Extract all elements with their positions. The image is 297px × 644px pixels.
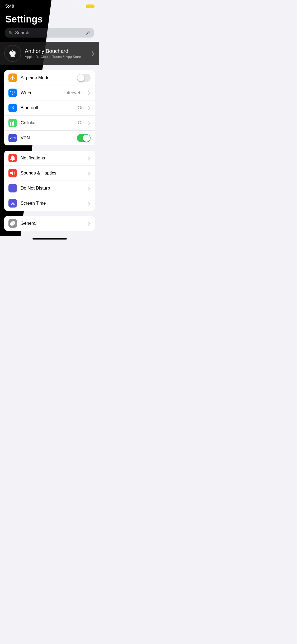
profile-chevron: ❯: [91, 50, 95, 56]
vpn-toggle[interactable]: [77, 134, 91, 142]
settings-row-bluetooth[interactable]: Bluetooth On ❯: [4, 100, 95, 116]
notifications-chevron: ❯: [87, 156, 91, 160]
status-time: 5:49: [5, 4, 14, 9]
airplane-mode-icon: [8, 73, 17, 82]
header-area: Settings 🔍 Search 🎤: [0, 11, 99, 42]
settings-row-general[interactable]: General ❯: [4, 216, 95, 231]
avatar-image: ♚: [8, 48, 17, 59]
settings-row-screen-time[interactable]: Screen Time ❯: [4, 196, 95, 211]
vpn-icon: VPN: [8, 134, 17, 142]
general-chevron: ❯: [87, 221, 91, 226]
settings-row-airplane-mode[interactable]: Airplane Mode: [4, 70, 95, 85]
status-bar: 5:49 : [0, 0, 99, 11]
home-indicator-area: [0, 236, 99, 242]
cellular-value: Off: [78, 120, 84, 126]
profile-name: Anthony Bouchard: [25, 48, 87, 54]
search-icon: 🔍: [8, 31, 13, 35]
sounds-haptics-label: Sounds & Haptics: [21, 171, 84, 176]
bluetooth-value: On: [78, 105, 84, 111]
svg-rect-1: [12, 122, 13, 126]
avatar: ♚: [4, 45, 21, 62]
wifi-chevron: ❯: [87, 91, 91, 95]
search-input[interactable]: Search: [15, 30, 83, 35]
wifi-status-icon: : [83, 4, 85, 8]
bluetooth-label: Bluetooth: [21, 105, 74, 111]
general-label: General: [21, 221, 84, 226]
airplane-mode-toggle-knob: [77, 74, 84, 81]
settings-row-wifi[interactable]: Wi-Fi Interwebz ❯: [4, 85, 95, 100]
notifications-label: Notifications: [21, 155, 84, 161]
cellular-label: Cellular: [21, 120, 74, 126]
cellular-icon: [8, 119, 17, 127]
sounds-haptics-icon: [8, 169, 17, 177]
screen-time-icon: [8, 199, 17, 208]
settings-row-sounds-haptics[interactable]: Sounds & Haptics ❯: [4, 166, 95, 181]
signal-icon: [76, 6, 82, 7]
svg-rect-0: [10, 122, 11, 126]
search-bar[interactable]: 🔍 Search 🎤: [5, 28, 94, 38]
vpn-toggle-knob: [83, 135, 90, 142]
home-bar: [32, 238, 67, 240]
profile-row[interactable]: ♚ Anthony Bouchard Apple ID, iCloud, iTu…: [0, 42, 99, 65]
screen-time-chevron: ❯: [87, 201, 91, 205]
microphone-icon[interactable]: 🎤: [85, 30, 91, 35]
sounds-haptics-chevron: ❯: [87, 171, 91, 175]
system-section: Notifications ❯ Sounds & Haptics ❯ Do No…: [4, 151, 95, 211]
wifi-value: Interwebz: [64, 90, 84, 95]
svg-rect-2: [13, 121, 14, 126]
notifications-icon: [8, 154, 17, 162]
status-icons: : [76, 4, 94, 8]
do-not-disturb-icon: [8, 184, 17, 192]
profile-info: Anthony Bouchard Apple ID, iCloud, iTune…: [25, 48, 87, 59]
wifi-label: Wi-Fi: [21, 90, 60, 95]
bluetooth-icon: [8, 104, 17, 112]
do-not-disturb-chevron: ❯: [87, 186, 91, 190]
do-not-disturb-label: Do Not Disturb: [21, 186, 84, 191]
general-icon: [8, 219, 17, 228]
profile-subtitle: Apple ID, iCloud, iTunes & App Store: [25, 55, 87, 59]
settings-row-do-not-disturb[interactable]: Do Not Disturb ❯: [4, 181, 95, 196]
connectivity-section: Airplane Mode Wi-Fi Interwebz ❯ Bluetoot…: [4, 70, 95, 145]
svg-point-3: [12, 223, 13, 224]
general-section: General ❯: [4, 216, 95, 231]
screen-time-label: Screen Time: [21, 201, 84, 206]
settings-row-vpn[interactable]: VPN VPN: [4, 131, 95, 145]
cellular-chevron: ❯: [87, 121, 91, 125]
airplane-mode-toggle[interactable]: [77, 74, 91, 82]
battery-icon: [86, 4, 94, 8]
settings-row-cellular[interactable]: Cellular Off ❯: [4, 116, 95, 131]
wifi-icon: [8, 89, 17, 97]
page-title: Settings: [5, 14, 94, 25]
bluetooth-chevron: ❯: [87, 106, 91, 110]
vpn-label: VPN: [21, 135, 73, 141]
settings-row-notifications[interactable]: Notifications ❯: [4, 151, 95, 166]
airplane-mode-label: Airplane Mode: [21, 75, 73, 80]
